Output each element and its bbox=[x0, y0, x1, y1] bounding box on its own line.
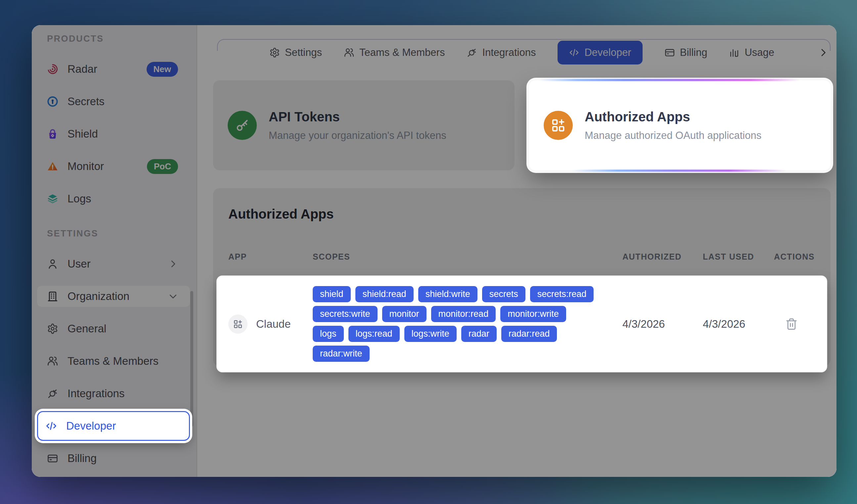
logs-icon bbox=[46, 192, 59, 205]
sidebar-item-label: Monitor bbox=[67, 160, 147, 173]
scope-chip: radar bbox=[461, 326, 497, 342]
new-badge: New bbox=[147, 62, 178, 77]
sidebar-item-label: Organization bbox=[67, 290, 168, 302]
app-cell: Claude bbox=[228, 314, 313, 334]
scopes-cell: shield shield:read shield:write secrets … bbox=[313, 286, 622, 362]
api-tokens-card[interactable]: API Tokens Manage your organization's AP… bbox=[213, 80, 515, 170]
authorized-apps-card[interactable]: Authorized Apps Manage authorized OAuth … bbox=[529, 80, 830, 170]
tab-teams-members[interactable]: Teams & Members bbox=[344, 47, 445, 58]
scope-chip-line: shield shield:read shield:write secrets … bbox=[313, 286, 622, 302]
tabs-overflow-chevron[interactable] bbox=[818, 47, 828, 58]
scope-chip: secrets:read bbox=[530, 286, 594, 302]
sidebar-item-integrations[interactable]: Integrations bbox=[37, 383, 190, 404]
tab-label: Settings bbox=[285, 47, 322, 58]
credit-card-icon bbox=[665, 47, 675, 58]
card-subtitle: Manage authorized OAuth applications bbox=[585, 129, 761, 141]
sidebar-item-developer[interactable]: Developer bbox=[37, 411, 190, 441]
gear-icon bbox=[46, 323, 59, 335]
chevron-down-icon bbox=[168, 291, 178, 301]
card-title: Authorized Apps bbox=[585, 109, 761, 124]
sidebar-item-label: Radar bbox=[67, 63, 147, 75]
last-used-date: 4/3/2026 bbox=[703, 318, 774, 330]
sidebar-item-user[interactable]: User bbox=[37, 253, 190, 275]
sidebar-item-label: Integrations bbox=[67, 387, 178, 400]
key-icon bbox=[228, 111, 257, 140]
tab-developer[interactable]: Developer bbox=[557, 41, 642, 65]
sidebar-item-teams-members[interactable]: Teams & Members bbox=[37, 350, 190, 372]
gear-icon bbox=[269, 47, 280, 58]
sidebar-item-logs[interactable]: Logs bbox=[37, 188, 190, 209]
monitor-warning-icon bbox=[46, 160, 59, 173]
tab-settings[interactable]: Settings bbox=[269, 47, 322, 58]
settings-tab-bar: Settings Teams & Members Integrations bbox=[213, 41, 830, 65]
sidebar-item-organization[interactable]: Organization bbox=[37, 286, 190, 307]
chevron-right-icon bbox=[168, 259, 178, 269]
sidebar-item-label: Logs bbox=[67, 192, 178, 205]
sidebar-item-label: Developer bbox=[66, 420, 177, 432]
column-header-last-used: LAST USED bbox=[703, 252, 774, 262]
scope-chip-line: secrets:write monitor monitor:read monit… bbox=[313, 306, 622, 322]
sidebar-item-shield[interactable]: Shield bbox=[37, 123, 190, 144]
card-title: API Tokens bbox=[269, 109, 447, 124]
code-icon bbox=[45, 420, 57, 432]
sidebar-scrollbar-thumb[interactable] bbox=[190, 291, 193, 427]
shield-lock-icon bbox=[46, 128, 59, 140]
scope-chip-line: logs logs:read logs:write radar radar:re… bbox=[313, 326, 622, 342]
sidebar-item-label: Secrets bbox=[67, 95, 178, 108]
scope-chip: shield:write bbox=[418, 286, 477, 302]
sidebar-item-label: Teams & Members bbox=[67, 355, 178, 367]
table-row-claude: Claude shield shield:read shield:write s… bbox=[217, 276, 826, 372]
tab-label: Developer bbox=[584, 47, 631, 58]
scope-chip: radar:read bbox=[501, 326, 557, 342]
column-header-authorized: AUTHORIZED bbox=[622, 252, 703, 262]
sidebar: PRODUCTS Radar New Secrets bbox=[32, 25, 197, 477]
tab-label: Usage bbox=[744, 47, 774, 58]
column-header-scopes: SCOPES bbox=[313, 252, 622, 262]
scope-chip: monitor:read bbox=[431, 306, 496, 322]
authorized-apps-table-card: Authorized Apps APP SCOPES AUTHORIZED LA… bbox=[213, 188, 830, 366]
table-title: Authorized Apps bbox=[228, 207, 830, 221]
plug-icon bbox=[467, 47, 477, 58]
table-header-row: APP SCOPES AUTHORIZED LAST USED ACTIONS bbox=[213, 252, 830, 262]
scope-chip: logs:write bbox=[404, 326, 457, 342]
main-content: Settings Teams & Members Integrations bbox=[197, 25, 837, 477]
delete-app-button[interactable] bbox=[784, 316, 799, 332]
column-header-app: APP bbox=[228, 252, 313, 262]
sidebar-section-products: PRODUCTS bbox=[47, 34, 197, 44]
secrets-icon bbox=[46, 95, 59, 108]
user-icon bbox=[46, 258, 59, 270]
column-header-actions: ACTIONS bbox=[774, 252, 825, 262]
bar-chart-icon bbox=[729, 47, 740, 58]
app-avatar bbox=[228, 314, 248, 334]
credit-card-icon bbox=[46, 452, 59, 465]
users-icon bbox=[344, 47, 354, 58]
users-icon bbox=[46, 355, 59, 367]
scope-chip: monitor bbox=[382, 306, 426, 322]
plug-icon bbox=[46, 387, 59, 400]
grid-plus-icon bbox=[544, 111, 573, 140]
sidebar-item-billing[interactable]: Billing bbox=[37, 448, 190, 469]
scope-chip: secrets:write bbox=[313, 306, 377, 322]
developer-cards-row: API Tokens Manage your organization's AP… bbox=[213, 80, 830, 170]
sidebar-item-label: General bbox=[67, 323, 178, 335]
organization-icon bbox=[46, 290, 59, 302]
app-name: Claude bbox=[256, 318, 291, 330]
tab-billing[interactable]: Billing bbox=[665, 47, 707, 58]
sidebar-item-monitor[interactable]: Monitor PoC bbox=[37, 156, 190, 177]
tab-integrations[interactable]: Integrations bbox=[467, 47, 536, 58]
sidebar-item-label: Billing bbox=[67, 452, 178, 465]
authorized-date: 4/3/2026 bbox=[622, 318, 703, 330]
sidebar-item-label: User bbox=[67, 258, 168, 270]
scope-chip: shield bbox=[313, 286, 351, 302]
sidebar-item-general[interactable]: General bbox=[37, 318, 190, 339]
tab-label: Billing bbox=[680, 47, 707, 58]
card-subtitle: Manage your organization's API tokens bbox=[269, 129, 447, 141]
scope-chip: logs:read bbox=[349, 326, 400, 342]
tab-usage[interactable]: Usage bbox=[729, 47, 774, 58]
sidebar-item-radar[interactable]: Radar New bbox=[37, 58, 190, 80]
radar-icon bbox=[46, 63, 59, 75]
scope-chip-line: radar:write bbox=[313, 346, 622, 362]
scope-chip: radar:write bbox=[313, 346, 370, 362]
poc-badge: PoC bbox=[147, 159, 178, 174]
sidebar-item-secrets[interactable]: Secrets bbox=[37, 91, 190, 112]
